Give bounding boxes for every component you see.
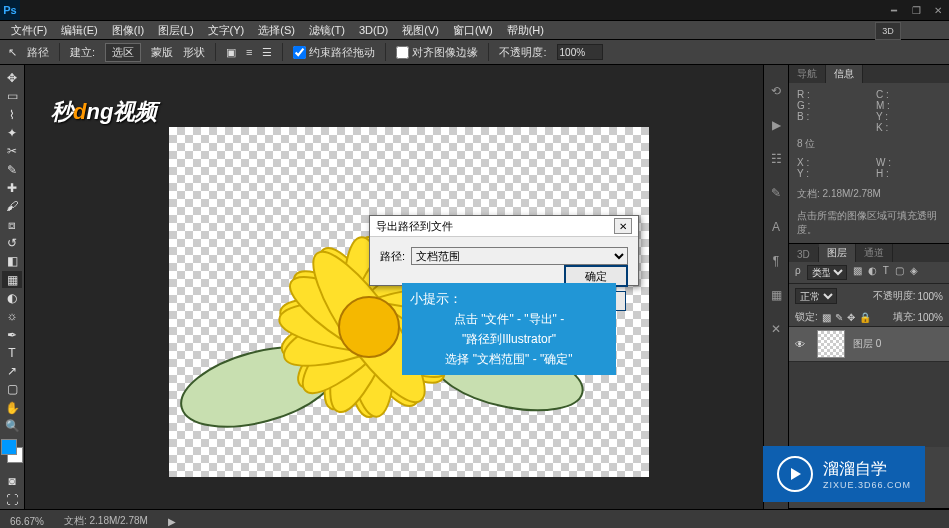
tooltip-line2: "路径到Illustrator" (410, 329, 608, 349)
styles-panel-icon[interactable]: ✕ (768, 321, 784, 337)
tooltip-title: 小提示： (410, 289, 608, 309)
panels-dock: 导航 信息 R :G :B : C :M :Y :K : 8 位 X :Y : … (788, 65, 949, 509)
menu-3d[interactable]: 3D(D) (352, 22, 395, 38)
opacity-value[interactable]: 100% (917, 291, 943, 302)
filter-smart-icon[interactable]: ◈ (910, 265, 918, 280)
zoom-tool[interactable]: 🔍 (2, 418, 22, 434)
filter-pixel-icon[interactable]: ▩ (853, 265, 862, 280)
menu-file[interactable]: 文件(F) (4, 21, 54, 40)
color-swatches[interactable] (1, 439, 23, 463)
dialog-title: 导出路径到文件 (376, 219, 453, 234)
tab-layers[interactable]: 图层 (819, 244, 856, 262)
pen-tool[interactable]: ✒ (2, 326, 22, 342)
info-docsize: 文档: 2.18M/2.78M (797, 187, 941, 201)
opt-align-icon[interactable]: ≡ (246, 46, 252, 58)
history-brush-tool[interactable]: ↺ (2, 235, 22, 251)
brush-tool[interactable]: 🖌 (2, 198, 22, 214)
titlebar: Ps ━ ❐ ✕ (0, 0, 949, 21)
tooltip-line1: 点击 "文件" - "导出" - (410, 309, 608, 329)
opt-alignedge-check[interactable]: 对齐图像边缘 (396, 45, 478, 60)
blend-mode-select[interactable]: 正常 (795, 288, 837, 304)
menu-help[interactable]: 帮助(H) (500, 21, 551, 40)
eyedropper-tool[interactable]: ✎ (2, 162, 22, 178)
menubar: 文件(F) 编辑(E) 图像(I) 图层(L) 文字(Y) 选择(S) 滤镜(T… (0, 21, 949, 40)
swatches-panel-icon[interactable]: ▦ (768, 287, 784, 303)
character-panel-icon[interactable]: A (768, 219, 784, 235)
close-button[interactable]: ✕ (927, 2, 949, 18)
zoom-level[interactable]: 66.67% (10, 516, 44, 527)
screenmode-toggle[interactable]: ⛶ (2, 492, 22, 508)
move-tool[interactable]: ✥ (2, 70, 22, 86)
tab-3d[interactable]: 3D (789, 247, 819, 262)
hand-tool[interactable]: ✋ (2, 400, 22, 416)
menu-filter[interactable]: 滤镜(T) (302, 21, 352, 40)
type-tool[interactable]: T (2, 345, 22, 361)
menu-view[interactable]: 视图(V) (395, 21, 446, 40)
filter-type-icon[interactable]: T (883, 265, 889, 280)
fill-value[interactable]: 100% (917, 312, 943, 323)
history-panel-icon[interactable]: ⟲ (768, 83, 784, 99)
lock-position-icon[interactable]: ✥ (847, 312, 855, 323)
opt-shape[interactable]: 形状 (183, 45, 205, 60)
lock-all-icon[interactable]: 🔒 (859, 312, 871, 323)
dialog-titlebar[interactable]: 导出路径到文件 ✕ (370, 216, 638, 237)
actions-panel-icon[interactable]: ▶ (768, 117, 784, 133)
heal-tool[interactable]: ✚ (2, 180, 22, 196)
gradient-tool[interactable]: ▦ (2, 271, 22, 287)
workspace-3d-button[interactable]: 3D (875, 22, 901, 40)
menu-edit[interactable]: 编辑(E) (54, 21, 105, 40)
layers-list[interactable]: 👁 图层 0 (789, 327, 949, 447)
menu-window[interactable]: 窗口(W) (446, 21, 500, 40)
lock-transparent-icon[interactable]: ▩ (822, 312, 831, 323)
blur-tool[interactable]: ◐ (2, 290, 22, 306)
eraser-tool[interactable]: ◧ (2, 253, 22, 269)
opt-opacity-field[interactable] (557, 44, 603, 60)
menu-layer[interactable]: 图层(L) (151, 21, 200, 40)
path-select-tool[interactable]: ↗ (2, 363, 22, 379)
marquee-tool[interactable]: ▭ (2, 88, 22, 104)
stamp-tool[interactable]: ⧈ (2, 217, 22, 233)
tab-channels[interactable]: 通道 (856, 244, 893, 262)
filter-kind-select[interactable]: 类型 (807, 265, 847, 280)
paragraph-panel-icon[interactable]: ¶ (768, 253, 784, 269)
tab-navigator[interactable]: 导航 (789, 65, 826, 83)
shape-tool[interactable]: ▢ (2, 381, 22, 397)
crop-tool[interactable]: ✂ (2, 143, 22, 159)
brushes-panel-icon[interactable]: ✎ (768, 185, 784, 201)
lock-label: 锁定: (795, 310, 818, 324)
dialog-close-button[interactable]: ✕ (614, 218, 632, 234)
opt-mask[interactable]: 蒙版 (151, 45, 173, 60)
layer-name[interactable]: 图层 0 (853, 337, 881, 351)
opt-constrain-check[interactable]: 约束路径拖动 (293, 45, 375, 60)
layer-thumbnail[interactable] (817, 330, 845, 358)
properties-panel-icon[interactable]: ☷ (768, 151, 784, 167)
menu-image[interactable]: 图像(I) (105, 21, 151, 40)
lock-pixels-icon[interactable]: ✎ (835, 312, 843, 323)
status-docsize: 文档: 2.18M/2.78M (64, 514, 148, 528)
svg-point-16 (339, 297, 399, 357)
maximize-button[interactable]: ❐ (905, 2, 927, 18)
visibility-toggle[interactable]: 👁 (795, 339, 809, 350)
opt-arrange-icon[interactable]: ☰ (262, 46, 272, 59)
minimize-button[interactable]: ━ (883, 2, 905, 18)
wand-tool[interactable]: ✦ (2, 125, 22, 141)
filter-shape-icon[interactable]: ▢ (895, 265, 904, 280)
tab-info[interactable]: 信息 (826, 65, 863, 83)
menu-select[interactable]: 选择(S) (251, 21, 302, 40)
filter-adjust-icon[interactable]: ◐ (868, 265, 877, 280)
watermark-logo: 秒dng视频 (51, 97, 157, 127)
quickmask-toggle[interactable]: ◙ (2, 473, 22, 489)
tutorial-tooltip: 小提示： 点击 "文件" - "导出" - "路径到Illustrator" 选… (402, 283, 616, 375)
dialog-path-select[interactable]: 文档范围 (411, 247, 628, 265)
layer-row[interactable]: 👁 图层 0 (789, 327, 949, 362)
canvas-area[interactable]: 导出路径到文件 ✕ 路径: 文档范围 确定 取消 小提示： 点击 "文件" - … (25, 65, 763, 509)
lasso-tool[interactable]: ⌇ (2, 107, 22, 123)
opt-selection[interactable]: 选区 (105, 43, 141, 62)
foreground-color[interactable] (1, 439, 17, 455)
options-bar: ↖ 路径 建立: 选区 蒙版 形状 ▣ ≡ ☰ 约束路径拖动 对齐图像边缘 不透… (0, 40, 949, 65)
dodge-tool[interactable]: ☼ (2, 308, 22, 324)
menu-type[interactable]: 文字(Y) (201, 21, 252, 40)
status-arrow-icon[interactable]: ▶ (168, 516, 176, 527)
watermark-brand: 溜溜自学 ZIXUE.3D66.COM (763, 446, 925, 502)
opt-pathops-icon[interactable]: ▣ (226, 46, 236, 59)
